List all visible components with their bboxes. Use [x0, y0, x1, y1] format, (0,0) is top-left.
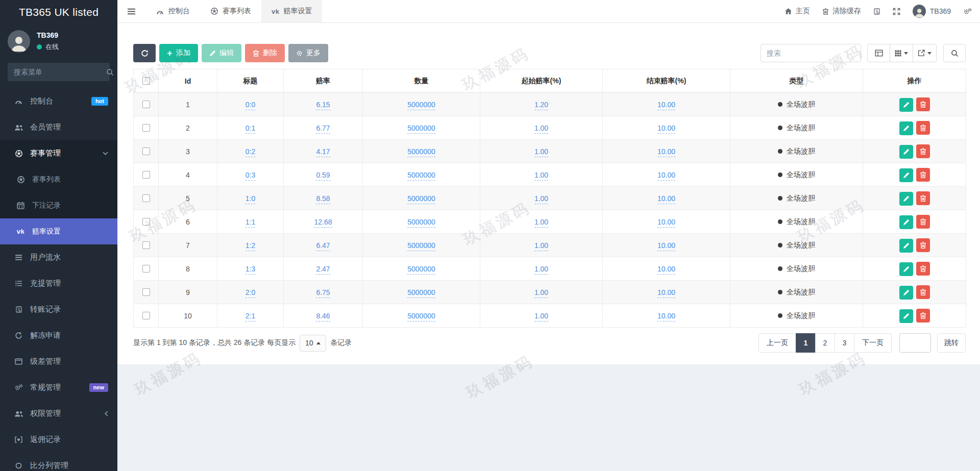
- cell-title-link[interactable]: 0:1: [246, 124, 255, 134]
- sidebar-item-match-list[interactable]: 赛事列表: [0, 166, 117, 192]
- row-delete-button[interactable]: [916, 191, 930, 205]
- row-checkbox[interactable]: [142, 194, 150, 202]
- clear-cache-link[interactable]: 清除缓存: [822, 7, 861, 16]
- page-3-button[interactable]: 3: [835, 333, 854, 353]
- cell-end-odds-link[interactable]: 10.00: [657, 194, 675, 204]
- cell-quantity-link[interactable]: 5000000: [407, 101, 435, 110]
- cell-quantity-link[interactable]: 5000000: [407, 241, 435, 251]
- cell-odds-link[interactable]: 2.47: [316, 265, 330, 275]
- sidebar-item-deposit-withdraw[interactable]: 充提管理: [0, 270, 117, 296]
- row-edit-button[interactable]: [899, 286, 913, 300]
- row-edit-button[interactable]: [899, 98, 913, 112]
- cell-odds-link[interactable]: 12.68: [314, 218, 332, 228]
- sidebar-item-user-flow[interactable]: 用户流水: [0, 244, 117, 270]
- tab-match-list[interactable]: 赛事列表: [200, 0, 261, 22]
- cell-title-link[interactable]: 1:1: [246, 218, 255, 228]
- row-delete-button[interactable]: [916, 215, 930, 229]
- cell-title-link[interactable]: 1:3: [246, 265, 255, 275]
- cell-start-odds-link[interactable]: 1.00: [534, 218, 548, 228]
- cell-odds-link[interactable]: 8.46: [316, 312, 330, 321]
- sidebar-item-unfreeze-requests[interactable]: 解冻申请: [0, 323, 117, 349]
- menu-search-input[interactable]: [14, 68, 106, 76]
- jump-page-input[interactable]: [899, 333, 931, 353]
- row-checkbox[interactable]: [142, 288, 150, 296]
- row-checkbox[interactable]: [142, 241, 150, 249]
- cell-quantity-link[interactable]: 5000000: [407, 288, 435, 298]
- row-checkbox[interactable]: [142, 101, 150, 108]
- row-edit-button[interactable]: [899, 262, 913, 276]
- export-button[interactable]: [913, 44, 937, 62]
- cell-start-odds-link[interactable]: 1.00: [534, 147, 548, 157]
- per-page-select[interactable]: 10: [300, 335, 326, 352]
- row-checkbox[interactable]: [142, 124, 150, 132]
- cell-odds-link[interactable]: 6.77: [316, 124, 330, 134]
- cell-start-odds-link[interactable]: 1.00: [534, 194, 548, 204]
- cell-end-odds-link[interactable]: 10.00: [657, 171, 675, 181]
- user-menu[interactable]: TB369: [913, 5, 951, 18]
- jump-button[interactable]: 跳转: [937, 333, 966, 353]
- cell-start-odds-link[interactable]: 1.00: [534, 312, 548, 321]
- row-delete-button[interactable]: [916, 285, 930, 299]
- row-delete-button[interactable]: [916, 262, 930, 276]
- cell-start-odds-link[interactable]: 1.20: [534, 101, 548, 110]
- cell-title-link[interactable]: 0:3: [246, 171, 255, 181]
- cell-quantity-link[interactable]: 5000000: [407, 265, 435, 275]
- select-all-checkbox[interactable]: [142, 77, 150, 85]
- next-page-button[interactable]: 下一页: [854, 333, 892, 353]
- cell-title-link[interactable]: 0:2: [246, 147, 255, 157]
- row-delete-button[interactable]: [916, 144, 930, 158]
- row-edit-button[interactable]: [899, 121, 913, 135]
- row-checkbox[interactable]: [142, 147, 150, 155]
- sidebar-item-match-management[interactable]: 赛事管理: [0, 140, 117, 166]
- cell-start-odds-link[interactable]: 1.00: [534, 265, 548, 275]
- delete-button[interactable]: 删除: [245, 44, 285, 62]
- hamburger-menu-icon[interactable]: [117, 8, 145, 15]
- cell-odds-link[interactable]: 6.47: [316, 241, 330, 251]
- row-checkbox[interactable]: [142, 312, 150, 319]
- cell-odds-link[interactable]: 6.15: [316, 101, 330, 110]
- sidebar-item-bet-records[interactable]: 下注记录: [0, 192, 117, 218]
- toggle-view-button[interactable]: [867, 44, 890, 62]
- logs-button[interactable]: [873, 8, 880, 15]
- row-edit-button[interactable]: [899, 309, 913, 323]
- tab-dashboard[interactable]: 控制台: [145, 0, 200, 22]
- sidebar-item-odds-settings[interactable]: vk赔率设置: [0, 218, 117, 244]
- cell-title-link[interactable]: 0:0: [246, 101, 255, 110]
- prev-page-button[interactable]: 上一页: [758, 333, 796, 353]
- page-1-button[interactable]: 1: [796, 333, 816, 353]
- cell-odds-link[interactable]: 0.59: [316, 171, 330, 181]
- cell-quantity-link[interactable]: 5000000: [407, 194, 435, 204]
- search-button[interactable]: [943, 44, 966, 62]
- add-button[interactable]: 添加: [159, 44, 198, 62]
- row-delete-button[interactable]: [916, 168, 930, 182]
- row-delete-button[interactable]: [916, 238, 930, 252]
- row-delete-button[interactable]: [916, 309, 930, 323]
- row-edit-button[interactable]: [899, 192, 913, 206]
- sidebar-item-rebate-records[interactable]: 返佣记录: [0, 427, 117, 453]
- cell-start-odds-link[interactable]: 1.00: [534, 171, 548, 181]
- cell-end-odds-link[interactable]: 10.00: [657, 288, 675, 298]
- row-delete-button[interactable]: [916, 121, 930, 135]
- columns-button[interactable]: [890, 44, 913, 62]
- sidebar-item-level-diff[interactable]: 级差管理: [0, 349, 117, 375]
- cell-title-link[interactable]: 1:2: [246, 241, 255, 251]
- cell-odds-link[interactable]: 4.17: [316, 147, 330, 157]
- sidebar-item-members[interactable]: 会员管理: [0, 114, 117, 140]
- row-checkbox[interactable]: [142, 265, 150, 272]
- row-edit-button[interactable]: [899, 145, 913, 159]
- cell-title-link[interactable]: 2:0: [246, 288, 255, 298]
- cell-end-odds-link[interactable]: 10.00: [657, 241, 675, 251]
- home-link[interactable]: 主页: [785, 7, 810, 16]
- row-checkbox[interactable]: [142, 171, 150, 179]
- refresh-button[interactable]: [133, 44, 156, 62]
- cell-quantity-link[interactable]: 5000000: [407, 312, 435, 321]
- cell-title-link[interactable]: 2:1: [246, 312, 255, 321]
- table-search-input[interactable]: [761, 44, 861, 62]
- row-delete-button[interactable]: [916, 97, 930, 111]
- sidebar-item-transfer-records[interactable]: 转账记录: [0, 296, 117, 323]
- row-checkbox[interactable]: [142, 218, 150, 226]
- cell-end-odds-link[interactable]: 10.00: [657, 124, 675, 134]
- more-button[interactable]: 更多: [288, 44, 328, 62]
- cell-odds-link[interactable]: 6.75: [316, 288, 330, 298]
- cell-quantity-link[interactable]: 5000000: [407, 147, 435, 157]
